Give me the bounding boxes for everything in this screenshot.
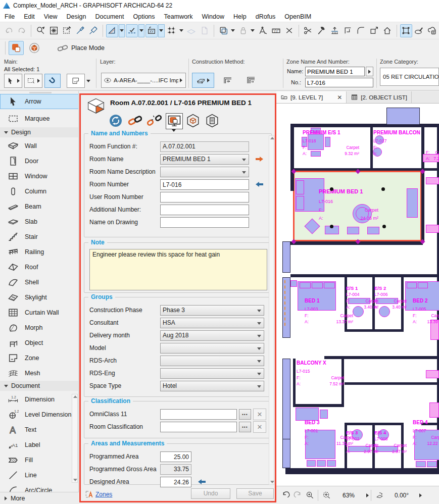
tab--2-object-list-[interactable]: [2. OBJECT LIST] (347, 91, 412, 103)
rotate-view-button[interactable] (373, 489, 385, 501)
pull-from-model-icon[interactable] (255, 181, 264, 187)
zone-stamp-es-2[interactable]: E/S 2L7-006F:CarpetA:3.40 m² (374, 285, 407, 311)
scroll-up-icon[interactable] (270, 137, 274, 139)
text-field[interactable] (160, 192, 249, 203)
floor-plan-view[interactable]: PREMIUM E/S 1L7-018F:CarpetA:9.32 m²PREM… (276, 104, 439, 486)
tool-curtain-wall[interactable]: Curtain Wall (0, 305, 79, 320)
tool-skylight[interactable]: Skylight (0, 290, 79, 305)
zone-stamp-balcony-x[interactable]: BALCONY XL7-015F:CarpetA:7.52 m² (297, 360, 344, 387)
tool-object[interactable]: Object (0, 335, 79, 350)
magnet-toggle-button[interactable] (44, 74, 61, 88)
combo-field[interactable]: PREMIUM BED 1 (160, 154, 249, 165)
freehand-button[interactable] (413, 24, 425, 37)
zone-stamp-premium-bed-1[interactable]: PREMIUM BED 1L7-016F:CarpetA:24.26 m² (319, 188, 378, 224)
dropper-button[interactable] (74, 24, 86, 37)
menu-options[interactable]: Options (128, 12, 159, 21)
survey-button[interactable] (257, 24, 269, 37)
note-textarea[interactable]: Engineer please review this space for he… (89, 249, 267, 290)
menu-drofus[interactable]: dRofus (251, 12, 280, 21)
zone-name-input[interactable] (305, 67, 365, 76)
snapgrid-dropdown[interactable] (178, 24, 184, 37)
zone-hotspot[interactable] (330, 225, 333, 228)
link-icon[interactable] (127, 114, 143, 127)
monitor-icon[interactable] (166, 113, 183, 129)
save-button[interactable]: Save (236, 488, 274, 499)
tool-slab[interactable]: Slab (0, 214, 79, 229)
text-field[interactable] (160, 217, 249, 228)
arrow-tool-flyout-button[interactable] (4, 74, 22, 88)
snapguide-dropdown[interactable] (138, 24, 144, 37)
dialog-scrollbar[interactable] (269, 135, 274, 485)
wand-button[interactable] (61, 24, 73, 37)
zone-stamp-es-4[interactable]: E/S 4L7-008F:CarpetA:2.97 m² (374, 430, 407, 455)
place-single-button[interactable] (9, 41, 24, 55)
zone-name-flyout[interactable] (366, 67, 373, 76)
text-field[interactable] (160, 477, 191, 487)
tool-dimension[interactable]: 1.2Dimension (0, 392, 79, 407)
browse-button[interactable]: ▪▪▪ (239, 409, 251, 420)
menu-teamwork[interactable]: Teamwork (160, 12, 198, 21)
resize-button[interactable] (368, 24, 380, 37)
combo-field[interactable] (160, 356, 264, 366)
construction-method-corner2-button[interactable] (241, 73, 261, 88)
scroll-down-icon[interactable] (270, 481, 274, 483)
zone-favorite-button[interactable] (67, 74, 85, 88)
construction-method-corner1-button[interactable] (218, 73, 237, 88)
combo-field[interactable]: Hotel (160, 381, 264, 391)
menu-edit[interactable]: Edit (19, 12, 39, 21)
scroll-down-icon[interactable] (73, 479, 77, 481)
tool-text[interactable]: AText (0, 422, 79, 437)
zone-stamp-bed-4[interactable]: BED 4L7-007F:CarpetA:12.22 m² (413, 420, 439, 447)
menu-window[interactable]: Window (198, 12, 229, 21)
tool-arrow[interactable]: Arrow (0, 94, 79, 109)
clear-button[interactable]: ✕ (253, 409, 266, 420)
layer-selector-button[interactable]: A-AREA-____-....IFC Import (101, 73, 186, 88)
text-field[interactable] (160, 422, 237, 432)
find-button[interactable] (34, 24, 46, 37)
tool-fill[interactable]: Fill (0, 452, 79, 468)
nav-forward-button[interactable] (291, 489, 304, 501)
tool-morph[interactable]: Morph (0, 320, 79, 335)
combo-field[interactable] (160, 368, 264, 379)
zones-link-label[interactable]: Zones (95, 491, 112, 498)
zone-stamp-bed-2[interactable]: BED 2L7-005F:CarpetA:13.39 m² (413, 298, 439, 325)
tool-marquee[interactable]: Marquee (0, 111, 79, 126)
combo-field[interactable]: Aug 2018 (160, 330, 264, 341)
menu-openbim[interactable]: OpenBIM (280, 12, 316, 21)
text-field[interactable] (160, 451, 191, 462)
syringe-button[interactable] (87, 24, 100, 37)
snapguide-button[interactable] (126, 24, 138, 37)
tool-window[interactable]: Window (0, 169, 79, 184)
toolbox-grab-handle[interactable] (29, 92, 52, 93)
tool-railing[interactable]: Railing (0, 244, 79, 260)
zone-hotspot[interactable] (382, 225, 386, 228)
zone-hotspot[interactable] (381, 187, 385, 191)
undo-button[interactable]: Undo (191, 488, 230, 499)
marquee-tool-flyout-button[interactable] (24, 74, 42, 88)
menu-document[interactable]: Document (91, 12, 129, 21)
fillet-button[interactable] (355, 24, 367, 37)
menu-design[interactable]: Design (62, 12, 91, 21)
tool-arc-circle[interactable]: Arc/Circle (0, 483, 79, 492)
tool-column[interactable]: Column (0, 184, 79, 199)
align-button[interactable] (328, 24, 340, 37)
tool-stair[interactable]: Stair (0, 229, 79, 244)
menu-help[interactable]: Help (229, 12, 251, 21)
toolbox-more-section[interactable]: More (0, 492, 79, 504)
tool-level-dimension[interactable]: 1.2Level Dimension (0, 407, 79, 422)
zoom-in-button[interactable] (304, 489, 316, 501)
explode-button[interactable] (283, 24, 296, 37)
tab-close-icon[interactable]: ✕ (337, 94, 342, 100)
toolbox-scrollbar[interactable] (72, 394, 78, 483)
zone-hotspot[interactable] (330, 187, 333, 191)
tool-beam[interactable]: Beam (0, 199, 79, 214)
nav-back-button[interactable] (279, 489, 291, 501)
clear-button[interactable]: ✕ (253, 421, 266, 433)
zone-stamp-premium-es-1[interactable]: PREMIUM E/S 1L7-018F:CarpetA:9.32 m² (303, 130, 359, 157)
coords-dropdown[interactable] (158, 24, 164, 37)
zoom-level-value[interactable]: 63% (332, 492, 365, 499)
home-button[interactable] (381, 24, 394, 37)
breaklink-icon[interactable] (147, 114, 163, 127)
split-button[interactable] (302, 24, 314, 37)
offset-button[interactable] (217, 24, 229, 37)
